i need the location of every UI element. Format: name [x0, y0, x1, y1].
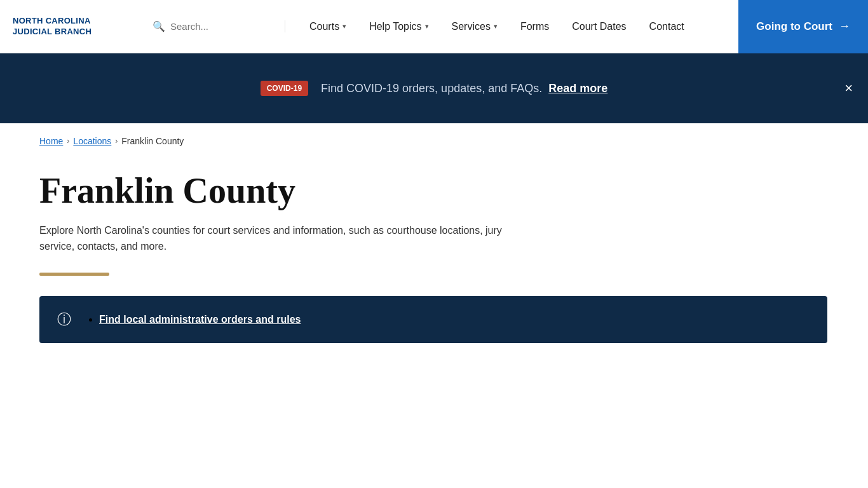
- breadcrumb-locations[interactable]: Locations: [73, 136, 111, 146]
- breadcrumb-separator-1: ›: [67, 137, 69, 146]
- nav-item-help-topics[interactable]: Help Topics ▾: [358, 0, 440, 53]
- chevron-down-icon: ▾: [425, 22, 429, 30]
- admin-orders-link[interactable]: Find local administrative orders and rul…: [99, 314, 301, 325]
- main-nav: Courts ▾ Help Topics ▾ Services ▾ Forms …: [285, 0, 738, 53]
- search-input[interactable]: [170, 21, 272, 32]
- covid-banner: COVID-19 Find COVID-19 orders, updates, …: [0, 53, 868, 123]
- breadcrumb-separator-2: ›: [115, 137, 118, 146]
- covid-text: Find COVID-19 orders, updates, and FAQs.…: [321, 82, 607, 95]
- covid-read-more-link[interactable]: Read more: [548, 82, 607, 95]
- nav-item-courts[interactable]: Courts ▾: [298, 0, 358, 53]
- page-title: Franklin County: [39, 172, 829, 211]
- nav-item-forms[interactable]: Forms: [509, 0, 560, 53]
- covid-badge: COVID-19: [261, 81, 308, 96]
- breadcrumb-home[interactable]: Home: [39, 136, 63, 146]
- arrow-right-icon: →: [839, 20, 850, 33]
- breadcrumb-current: Franklin County: [121, 136, 184, 146]
- search-icon: 🔍: [153, 20, 165, 32]
- nav-item-court-dates[interactable]: Court Dates: [560, 0, 637, 53]
- info-box: ⓘ Find local administrative orders and r…: [39, 296, 827, 343]
- breadcrumb: Home › Locations › Franklin County: [0, 123, 868, 159]
- decorative-divider: [39, 273, 109, 276]
- logo-text: NORTH CAROLINA JUDICIAL BRANCH: [13, 16, 127, 37]
- info-list: Find local administrative orders and rul…: [88, 314, 301, 325]
- chevron-down-icon: ▾: [494, 22, 498, 30]
- going-to-court-button[interactable]: Going to Court →: [738, 0, 868, 53]
- search-area[interactable]: 🔍: [140, 20, 285, 32]
- info-circle-icon: ⓘ: [57, 310, 75, 329]
- covid-banner-close-button[interactable]: ×: [844, 81, 853, 95]
- nav-item-contact[interactable]: Contact: [638, 0, 696, 53]
- logo[interactable]: NORTH CAROLINA JUDICIAL BRANCH: [0, 16, 140, 37]
- site-header: NORTH CAROLINA JUDICIAL BRANCH 🔍 Courts …: [0, 0, 868, 53]
- nav-item-services[interactable]: Services ▾: [440, 0, 509, 53]
- main-content: Franklin County Explore North Carolina's…: [0, 159, 868, 369]
- page-description: Explore North Carolina's counties for co…: [39, 222, 522, 255]
- chevron-down-icon: ▾: [342, 22, 346, 30]
